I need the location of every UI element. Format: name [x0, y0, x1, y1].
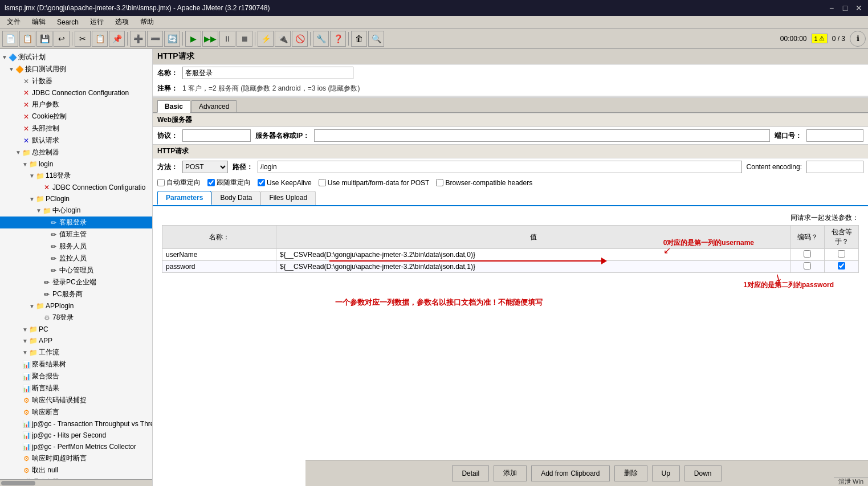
sidebar-item-login[interactable]: ▼ 📁 login — [0, 158, 152, 170]
sidebar-item-pc[interactable]: ▼ 📁 PC — [0, 324, 152, 335]
sidebar-item-78[interactable]: ⚙ 78登录 — [0, 312, 152, 324]
server-input[interactable] — [314, 129, 770, 142]
scroll-thumb[interactable] — [1, 481, 35, 485]
add-button[interactable]: 添加 — [494, 465, 527, 481]
tab-advanced[interactable]: Advanced — [191, 100, 237, 112]
encoding-input[interactable] — [806, 161, 863, 173]
keepalive-checkbox[interactable] — [258, 179, 265, 186]
sidebar-item-118[interactable]: ▼ 📁 118登录 — [0, 170, 152, 182]
info-button[interactable]: ℹ — [850, 31, 866, 47]
help-button[interactable]: ❓ — [330, 31, 346, 47]
save-button[interactable]: 💾 — [36, 31, 52, 47]
add-button[interactable]: ➕ — [130, 31, 146, 47]
sidebar-item-jpgc2[interactable]: 📊 jp@gc - Hits per Second — [0, 430, 152, 441]
sidebar-item-cuowuma[interactable]: ⚙ 响应代码错误捕捉 — [0, 394, 152, 406]
param-encode-2[interactable] — [790, 261, 825, 273]
clear-button[interactable]: 🗑 — [351, 31, 367, 47]
sidebar-item-yonghu[interactable]: ✕ 用户参数 — [0, 99, 152, 111]
paste-button[interactable]: 📌 — [109, 31, 125, 47]
tab-basic[interactable]: Basic — [157, 100, 190, 113]
param-name-2[interactable]: password — [162, 261, 276, 273]
sidebar-item-header[interactable]: ✕ 头部控制 — [0, 122, 152, 134]
auto-redirect-checkbox[interactable] — [157, 179, 165, 186]
sidebar-item-zong[interactable]: ▼ 📁 总控制器 — [0, 146, 152, 158]
sidebar-item-applogin[interactable]: ▼ 📁 APPlogin — [0, 300, 152, 312]
stop-button[interactable]: ⏹ — [237, 31, 252, 47]
sidebar-item-default[interactable]: ✕ 默认请求 — [0, 134, 152, 146]
menu-file[interactable]: 文件 — [2, 16, 25, 28]
detail-button[interactable]: Detail — [452, 465, 489, 481]
sidebar-item-jpgc3[interactable]: 📊 jp@gc - PerfMon Metrics Collector — [0, 441, 152, 452]
sidebar-item-cookie[interactable]: ✕ Cookie控制 — [0, 111, 152, 122]
param-eq-1[interactable] — [825, 249, 859, 261]
param-eq-2[interactable] — [825, 261, 859, 273]
sidebar-item-denglupc[interactable]: ✏ 登录PC企业端 — [0, 276, 152, 288]
down-button[interactable]: Down — [684, 465, 722, 481]
sidebar-item-fuwu[interactable]: ✏ 服务人员 — [0, 240, 152, 252]
menu-run[interactable]: 运行 — [85, 16, 108, 28]
sidebar-item-pclogin[interactable]: ▼ 📁 PClogin — [0, 193, 152, 205]
sidebar-hscroll[interactable] — [0, 479, 152, 486]
follow-redirect-label[interactable]: 跟随重定向 — [207, 178, 251, 187]
function-helper-button[interactable]: 🔧 — [313, 31, 329, 47]
multipart-label[interactable]: Use multipart/form-data for POST — [319, 179, 430, 187]
browser-compat-label[interactable]: Browser-compatible headers — [436, 179, 532, 187]
method-select[interactable]: POST GET PUT DELETE — [182, 161, 228, 173]
menu-edit[interactable]: 编辑 — [27, 16, 50, 28]
maximize-button[interactable]: □ — [841, 3, 850, 13]
sidebar-item-duanjian[interactable]: 📊 断言结果 — [0, 382, 152, 394]
sidebar-item-kefu[interactable]: ✏ 客服登录 — [0, 217, 152, 228]
revert-button[interactable]: ↩ — [54, 31, 70, 47]
reset-button[interactable]: 🔄 — [164, 31, 180, 47]
param-value-2[interactable]: ${__CSVRead(D:\gongju\apache-jmeter-3.2\… — [276, 261, 790, 273]
multipart-checkbox[interactable] — [319, 179, 326, 186]
path-input[interactable] — [258, 161, 742, 173]
sidebar-item-xiangyingduanjian[interactable]: ⚙ 响应断言 — [0, 406, 152, 418]
menu-options[interactable]: 选项 — [111, 16, 133, 28]
cut-button[interactable]: ✂ — [75, 31, 91, 47]
remote-exit-button[interactable]: 🚫 — [292, 31, 308, 47]
param-value-1[interactable]: ${__CSVRead(D:\gongju\apache-jmeter-3.2\… — [276, 249, 790, 261]
sidebar-item-quchu[interactable]: ⚙ 取出 null — [0, 464, 152, 476]
subtab-bodydata[interactable]: Body Data — [211, 191, 260, 205]
keepalive-label[interactable]: Use KeepAlive — [258, 179, 312, 187]
follow-redirect-checkbox[interactable] — [207, 179, 215, 186]
sidebar-item-jdbc[interactable]: ✕ JDBC Connection Configuration — [0, 87, 152, 99]
auto-redirect-label[interactable]: 自动重定向 — [157, 178, 201, 187]
start-no-pauses-button[interactable]: ▶▶ — [202, 31, 218, 47]
sidebar-item-app[interactable]: ▼ 📁 APP — [0, 335, 152, 346]
subtab-parameters[interactable]: Parameters — [157, 191, 211, 205]
remote-stop-button[interactable]: 🔌 — [275, 31, 291, 47]
sidebar-item-zhiguan[interactable]: ✏ 值班主管 — [0, 228, 152, 240]
browser-compat-checkbox[interactable] — [436, 179, 443, 186]
sidebar-item-pcfuwu[interactable]: ✏ PC服务商 — [0, 288, 152, 300]
sidebar-item-jiekou[interactable]: ▼ 🔶 接口测试用例 — [0, 63, 152, 75]
minimize-button[interactable]: − — [827, 3, 836, 13]
sidebar-item-chakan[interactable]: 📊 察看结果树 — [0, 358, 152, 370]
sidebar-item-jisuan[interactable]: ✕ 计数器 — [0, 75, 152, 87]
param-name-1[interactable]: userName — [162, 249, 276, 261]
sidebar-item-guanli[interactable]: ✏ 中心管理员 — [0, 264, 152, 276]
param-encode-1[interactable] — [790, 249, 825, 261]
sidebar-item-jdbc2[interactable]: ✕ JDBC Connection Configuratio — [0, 182, 152, 193]
start-button[interactable]: ▶ — [185, 31, 201, 47]
port-input[interactable] — [806, 129, 863, 142]
open-template-button[interactable]: 📋 — [19, 31, 35, 47]
search2-button[interactable]: 🔍 — [368, 31, 384, 47]
sidebar-item-juhebao[interactable]: 📊 聚合报告 — [0, 370, 152, 382]
add-clipboard-button[interactable]: Add from Clipboard — [531, 465, 609, 481]
sidebar-item-jiancha[interactable]: ✏ 监控人员 — [0, 252, 152, 264]
close-button[interactable]: ✕ — [854, 3, 863, 13]
delete-button[interactable]: 删除 — [614, 465, 647, 481]
menu-search[interactable]: Search — [52, 17, 83, 27]
sidebar-item-gongzuo[interactable]: ▼ 📁 工作流 — [0, 346, 152, 358]
name-input[interactable] — [182, 67, 353, 79]
new-button[interactable]: 📄 — [2, 31, 18, 47]
sidebar-item-ceshipingjua[interactable]: ▼ 🔷 测试计划 — [0, 51, 152, 63]
protocol-input[interactable] — [182, 129, 251, 142]
sidebar-item-jpgc1[interactable]: 📊 jp@gc - Transaction Throughput vs Thre… — [0, 418, 152, 430]
pause-button[interactable]: ⏸ — [219, 31, 235, 47]
copy-button[interactable]: 📋 — [92, 31, 108, 47]
subtab-files[interactable]: Files Upload — [260, 191, 316, 205]
menu-help[interactable]: 帮助 — [136, 16, 158, 28]
